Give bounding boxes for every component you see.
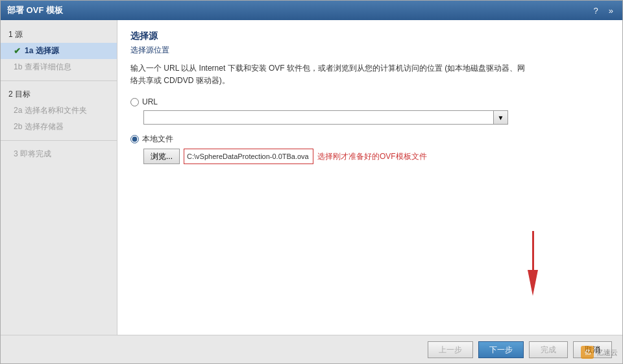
arrow-line <box>532 231 534 270</box>
local-file-radio[interactable] <box>130 135 139 143</box>
sidebar: 1 源 ✔ 1a 选择源 1b 查看详细信息 2 目标 2a 选择名称和文件夹 … <box>1 20 117 335</box>
sidebar-item-2b[interactable]: 2b 选择存储器 <box>1 119 117 135</box>
annotation-text: 选择刚才准备好的OVF模板文件 <box>317 151 427 162</box>
dialog-title: 部署 OVF 模板 <box>7 5 63 16</box>
watermark: 亿 亿速云 <box>581 346 618 359</box>
local-file-radio-label: 本地文件 <box>142 134 173 145</box>
arrow-head <box>528 270 538 296</box>
watermark-logo: 亿 <box>581 346 594 359</box>
section-title: 选择源 <box>130 30 609 42</box>
sidebar-item-1a[interactable]: ✔ 1a 选择源 <box>1 43 117 59</box>
url-input-container: ▼ <box>143 110 609 125</box>
content-area: 1 源 ✔ 1a 选择源 1b 查看详细信息 2 目标 2a 选择名称和文件夹 … <box>1 20 622 335</box>
sidebar-item-2b-label: 2b 选择存储器 <box>14 121 64 132</box>
title-bar-controls: ? » <box>591 6 616 16</box>
watermark-logo-text: 亿 <box>585 348 591 357</box>
section-subtitle: 选择源位置 <box>130 45 609 56</box>
file-path-display: C:\vSphereDataProtection-0.0TBa.ova <box>184 149 313 164</box>
sidebar-item-3[interactable]: 3 即将完成 <box>1 146 117 162</box>
url-radio-label: URL <box>142 97 158 106</box>
main-panel: 选择源 选择源位置 输入一个 URL 以从 Internet 下载和安装 OVF… <box>117 20 622 335</box>
footer: 上一步 下一步 完成 取消 亿 亿速云 <box>1 335 622 363</box>
url-input[interactable] <box>143 110 494 125</box>
sidebar-item-1b[interactable]: 1b 查看详细信息 <box>1 59 117 75</box>
arrow-annotation <box>528 231 538 296</box>
url-radio[interactable] <box>130 98 139 106</box>
finish-button[interactable]: 完成 <box>529 341 568 358</box>
sidebar-section-target: 2 目标 <box>1 86 117 103</box>
dropdown-btn[interactable]: ▼ <box>494 110 508 125</box>
sidebar-item-2a-label: 2a 选择名称和文件夹 <box>14 105 87 116</box>
sidebar-item-1b-label: 1b 查看详细信息 <box>14 62 71 73</box>
browse-button[interactable]: 浏览... <box>143 149 180 164</box>
dialog-deploy-ovf: 部署 OVF 模板 ? » 1 源 ✔ 1a 选择源 1b 查看详细信息 2 目… <box>0 0 623 364</box>
watermark-site-text: 亿速云 <box>596 348 618 358</box>
url-radio-row: URL <box>130 97 609 106</box>
sidebar-item-2a[interactable]: 2a 选择名称和文件夹 <box>1 103 117 119</box>
forward-icon[interactable]: » <box>606 6 616 16</box>
checkmark-icon: ✔ <box>14 46 21 56</box>
description-text: 输入一个 URL 以从 Internet 下载和安装 OVF 软件包，或者浏览到… <box>130 62 533 87</box>
help-icon[interactable]: ? <box>591 6 601 16</box>
sidebar-item-3-label: 3 即将完成 <box>14 149 51 160</box>
file-path-text: C:\vSphereDataProtection-0.0TBa.ova <box>187 152 309 160</box>
next-button[interactable]: 下一步 <box>478 341 524 358</box>
sidebar-item-1a-label: 1a 选择源 <box>25 45 59 56</box>
sidebar-section-source: 1 源 <box>1 27 117 43</box>
file-browse-row: 浏览... C:\vSphereDataProtection-0.0TBa.ov… <box>143 149 609 164</box>
prev-button[interactable]: 上一步 <box>428 341 473 358</box>
title-bar: 部署 OVF 模板 ? » <box>1 1 622 20</box>
local-file-radio-row: 本地文件 <box>130 134 609 145</box>
